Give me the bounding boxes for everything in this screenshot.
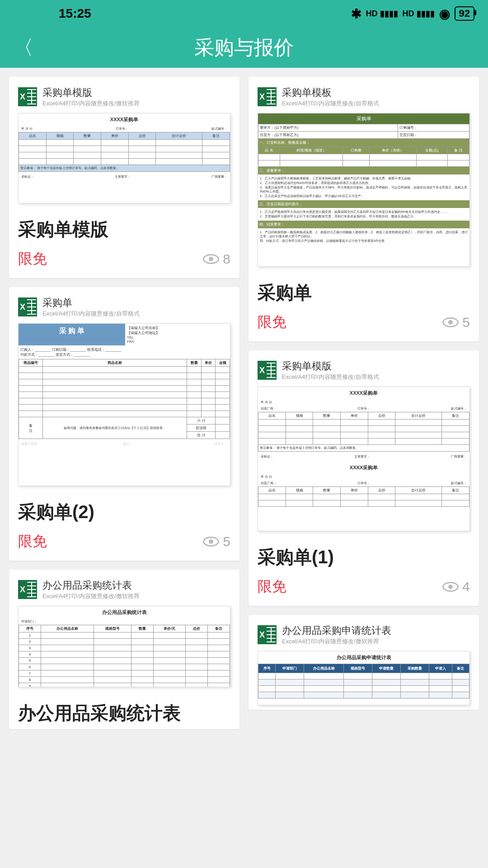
thumb-title: 采购单模版 [42, 86, 140, 99]
document-preview: 采购单 需求方：(以下简称甲方)订单编号： 供货方：(以下简称乙方)交货日期： … [258, 113, 470, 267]
app-header: 〈 采购与报价 [0, 27, 488, 68]
template-card[interactable]: 采购单模版 Excel/A4打印/内容随意修改/微软推荐 XXXX采购单 年 月… [9, 77, 239, 278]
card-title: 采购单模版 [9, 208, 239, 245]
template-grid: 采购单模版 Excel/A4打印/内容随意修改/微软推荐 XXXX采购单 年 月… [0, 68, 488, 868]
thumb-subtitle: Excel/A4打印/内容随意修改/自带格式 [42, 310, 140, 318]
template-card[interactable]: 办公用品采购申请统计表 Excel/A4打印/内容随意修改/微软推荐 办公用品采… [249, 615, 479, 710]
eye-icon [442, 317, 459, 327]
eye-icon [442, 582, 459, 592]
card-thumbnail: 采购单 Excel/A4打印/内容随意修改/自带格式 采 购 单 【请输入公司名… [9, 287, 239, 491]
excel-icon [258, 361, 277, 380]
card-thumbnail: 采购单模版 Excel/A4打印/内容随意修改/自带格式 XXXX采购单 年 月… [249, 350, 479, 536]
status-time: 15:25 [59, 6, 91, 21]
price-tag: 限免 [18, 249, 47, 269]
card-title: 采购单(1) [249, 536, 479, 573]
document-preview: 采 购 单 【请输入公司名称】【请输入公司地址】TEL:FAX: 订购人：___… [18, 323, 230, 486]
thumb-subtitle: Excel/A4打印/内容随意修改/微软推荐 [42, 99, 140, 108]
status-bar: 15:25 ✱ HD ▮▮▮▮ HD ▮▮▮▮ ◉ 92 [0, 0, 488, 27]
page-title: 采购与报价 [194, 34, 294, 61]
template-card[interactable]: 采购单模版 Excel/A4打印/内容随意修改/自带格式 XXXX采购单 年 月… [249, 350, 479, 606]
thumb-title: 采购单模板 [282, 86, 379, 99]
grid-column-right: 采购单模板 Excel/A4打印/内容随意修改/自带格式 采购单 需求方：(以下… [249, 77, 479, 859]
thumb-title: 办公用品采购申请统计表 [282, 624, 391, 637]
eye-icon [203, 254, 219, 264]
excel-icon [18, 87, 37, 106]
document-preview: 办公用品采购申请统计表 序号申请部门办公用品名称规格型号申请数量采购数量申请人备… [258, 651, 470, 705]
view-count: 5 [442, 315, 470, 330]
card-title: 采购单 [249, 271, 479, 309]
battery-icon: 92 [455, 6, 474, 21]
card-thumbnail: 采购单模版 Excel/A4打印/内容随意修改/微软推荐 XXXX采购单 年 月… [9, 77, 239, 208]
price-tag: 限免 [18, 532, 47, 552]
status-indicators: ✱ HD ▮▮▮▮ HD ▮▮▮▮ ◉ 92 [351, 6, 474, 21]
thumb-title: 采购单模版 [282, 359, 379, 373]
excel-icon [18, 297, 37, 316]
excel-icon [18, 580, 37, 599]
thumb-subtitle: Excel/A4打印/内容随意修改/微软推荐 [42, 592, 140, 600]
document-preview: XXXX采购单 年 月 日订单号：款式编号： 品名规格数量单价总价合计总价备注 … [18, 113, 230, 203]
document-preview: 办公用品采购统计表 申请部门： 序号办公用品名称规格型号数量单价/元总价备注 1… [18, 606, 230, 687]
eye-icon [203, 537, 219, 547]
back-button[interactable]: 〈 [14, 34, 33, 61]
document-preview: XXXX采购单 年 月 日 供应厂商：订单号：款式编号： 品名规格数量单价总价合… [258, 387, 470, 531]
grid-column-left: 采购单模版 Excel/A4打印/内容随意修改/微软推荐 XXXX采购单 年 月… [9, 77, 239, 859]
view-count: 8 [203, 251, 230, 267]
view-count: 4 [442, 579, 470, 594]
price-tag: 限免 [258, 312, 286, 332]
signal-icon: HD ▮▮▮▮ [366, 9, 398, 19]
thumb-title: 办公用品采购统计表 [42, 579, 140, 592]
thumb-subtitle: Excel/A4打印/内容随意修改/自带格式 [282, 373, 379, 381]
excel-icon [258, 87, 277, 106]
template-card[interactable]: 办公用品采购统计表 Excel/A4打印/内容随意修改/微软推荐 办公用品采购统… [9, 570, 239, 729]
view-count: 5 [203, 534, 230, 549]
thumb-subtitle: Excel/A4打印/内容随意修改/自带格式 [282, 99, 379, 108]
card-thumbnail: 办公用品采购统计表 Excel/A4打印/内容随意修改/微软推荐 办公用品采购统… [9, 570, 239, 692]
card-title: 办公用品采购统计表 [9, 692, 239, 729]
template-card[interactable]: 采购单 Excel/A4打印/内容随意修改/自带格式 采 购 单 【请输入公司名… [9, 287, 239, 561]
card-title: 采购单(2) [9, 491, 239, 528]
excel-icon [258, 625, 277, 644]
wifi-icon: ◉ [439, 6, 450, 21]
signal-icon-2: HD ▮▮▮▮ [403, 9, 435, 19]
thumb-subtitle: Excel/A4打印/内容随意修改/微软推荐 [282, 637, 391, 646]
card-thumbnail: 办公用品采购申请统计表 Excel/A4打印/内容随意修改/微软推荐 办公用品采… [249, 615, 479, 710]
thumb-title: 采购单 [42, 296, 140, 310]
template-card[interactable]: 采购单模板 Excel/A4打印/内容随意修改/自带格式 采购单 需求方：(以下… [249, 77, 479, 341]
bluetooth-icon: ✱ [351, 6, 361, 21]
price-tag: 限免 [258, 577, 286, 597]
card-thumbnail: 采购单模板 Excel/A4打印/内容随意修改/自带格式 采购单 需求方：(以下… [249, 77, 479, 271]
